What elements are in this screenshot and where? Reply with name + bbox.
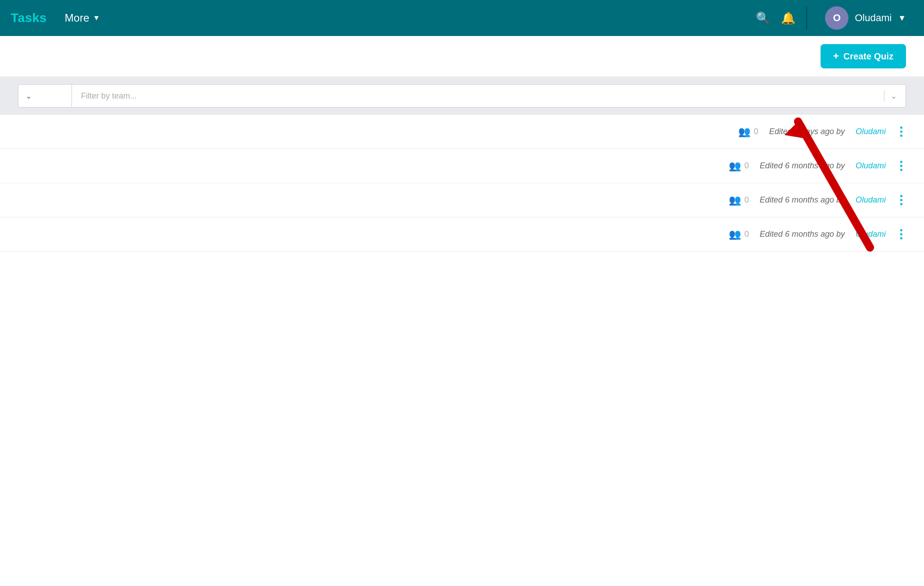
nav-divider [806, 7, 807, 29]
editor-link[interactable]: Oludami [856, 127, 886, 136]
nav-more-chevron-icon: ▼ [93, 14, 100, 22]
search-icon[interactable]: 🔍 [756, 11, 770, 25]
dot-icon [900, 195, 902, 197]
user-chevron-icon: ▼ [898, 14, 906, 23]
nav-more-label: More [65, 12, 90, 24]
content-area: + Create Quiz ⌄ Filter by team... ⌄ 👥 [0, 36, 924, 586]
dot-icon [900, 237, 902, 239]
user-name: Oludami [855, 12, 892, 24]
create-quiz-label: Create Quiz [843, 51, 893, 62]
create-quiz-button[interactable]: + Create Quiz [821, 44, 906, 68]
count-label: 0 [745, 195, 749, 205]
quiz-meta: 👥 0 Edited 6 months ago by Oludami [452, 194, 886, 206]
dot-icon [900, 169, 902, 171]
dot-icon [900, 233, 902, 235]
quiz-meta: 👥 0 Edited 6 months ago by Oludami [452, 229, 886, 240]
navbar-left: Tasks More ▼ [11, 11, 756, 25]
filter-row: ⌄ Filter by team... ⌄ [0, 77, 924, 115]
team-count: 👥 0 [729, 194, 749, 206]
edit-text: Edited 4 days ago by [769, 127, 845, 136]
team-icon: 👥 [729, 160, 741, 172]
team-count: 👥 0 [738, 126, 758, 138]
editor-link[interactable]: Oludami [856, 161, 886, 171]
filter-team-placeholder: Filter by team... [81, 91, 137, 101]
notifications-icon[interactable]: 🔔 [781, 11, 795, 25]
dot-icon [900, 165, 902, 167]
navbar-right: 🔍 🔔 O Oludami ▼ [756, 6, 913, 30]
editor-link[interactable]: Oludami [856, 230, 886, 239]
team-count: 👥 0 [729, 160, 749, 172]
more-options-button[interactable] [897, 125, 906, 139]
list-item: 👥 0 Edited 4 days ago by Oludami [0, 115, 924, 149]
dot-icon [900, 126, 902, 129]
quiz-meta: 👥 0 Edited 4 days ago by Oludami [452, 126, 886, 138]
list-item: 👥 0 Edited 6 months ago by Oludami [0, 149, 924, 183]
team-count: 👥 0 [729, 229, 749, 240]
more-options-button[interactable] [897, 193, 906, 207]
edit-text: Edited 6 months ago by [760, 161, 845, 171]
dot-icon [900, 161, 902, 163]
filter-select-chevron-icon: ⌄ [26, 92, 31, 100]
team-icon: 👥 [729, 194, 741, 206]
count-label: 0 [745, 161, 749, 171]
dot-icon [900, 199, 902, 201]
nav-more-button[interactable]: More ▼ [65, 12, 100, 24]
edit-text: Edited 6 months ago by [760, 195, 845, 205]
more-options-button[interactable] [897, 159, 906, 173]
more-options-button[interactable] [897, 227, 906, 241]
nav-title: Tasks [11, 11, 47, 25]
team-icon: 👥 [729, 229, 741, 240]
count-label: 0 [754, 127, 758, 136]
editor-link[interactable]: Oludami [856, 195, 886, 205]
navbar: Tasks More ▼ 🔍 🔔 O Oludami ▼ [0, 0, 924, 36]
quiz-list: 👥 0 Edited 4 days ago by Oludami 👥 0 E [0, 115, 924, 252]
list-item: 👥 0 Edited 6 months ago by Oludami [0, 183, 924, 217]
plus-icon: + [833, 50, 839, 62]
filter-select[interactable]: ⌄ [18, 84, 72, 108]
filter-team-dropdown[interactable]: Filter by team... ⌄ [72, 84, 906, 108]
dot-icon [900, 203, 902, 205]
quiz-meta: 👥 0 Edited 6 months ago by Oludami [452, 160, 886, 172]
team-icon: 👥 [738, 126, 750, 138]
avatar: O [825, 6, 848, 30]
filter-team-chevron-icon: ⌄ [884, 90, 897, 102]
dot-icon [900, 229, 902, 231]
dot-icon [900, 131, 902, 133]
edit-text: Edited 6 months ago by [760, 230, 845, 239]
count-label: 0 [745, 230, 749, 239]
user-menu[interactable]: O Oludami ▼ [818, 6, 913, 30]
toolbar: + Create Quiz [0, 36, 924, 77]
dot-icon [900, 135, 902, 137]
list-item: 👥 0 Edited 6 months ago by Oludami [0, 217, 924, 252]
